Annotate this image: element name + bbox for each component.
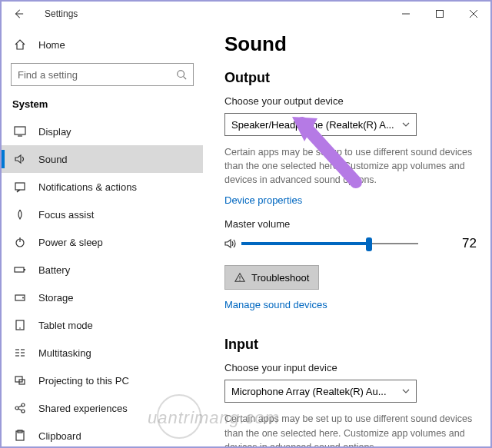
nav-notifications[interactable]: Notifications & actions (2, 173, 203, 201)
display-icon (12, 125, 28, 138)
svg-rect-9 (15, 183, 25, 190)
nav-clipboard[interactable]: Clipboard (2, 422, 203, 446)
output-device-properties-link[interactable]: Device properties (224, 194, 302, 206)
category-heading: System (2, 94, 203, 118)
projecting-icon (12, 374, 28, 387)
svg-point-28 (22, 410, 25, 413)
manage-sound-devices-link[interactable]: Manage sound devices (224, 299, 327, 310)
search-placeholder: Find a setting (18, 69, 176, 81)
input-desc: Certain apps may be set up to use differ… (224, 412, 477, 446)
volume-slider[interactable] (241, 236, 418, 251)
troubleshoot-label: Troubleshoot (251, 272, 309, 284)
storage-icon (12, 291, 28, 304)
nav-label: Notifications & actions (38, 181, 137, 193)
volume-value: 72 (449, 236, 477, 251)
output-desc: Certain apps may be set up to use differ… (224, 145, 477, 187)
titlebar: Settings (2, 2, 490, 26)
output-choose-label: Choose your output device (224, 95, 477, 107)
nav-label: Display (38, 126, 71, 138)
close-button[interactable] (457, 2, 490, 25)
nav-projecting[interactable]: Projecting to this PC (2, 367, 203, 394)
troubleshoot-button[interactable]: Troubleshoot (224, 265, 319, 290)
speaker-icon[interactable] (224, 237, 241, 250)
nav-display[interactable]: Display (2, 118, 203, 145)
maximize-icon (436, 10, 444, 18)
slider-thumb[interactable] (366, 237, 372, 251)
search-icon (176, 69, 187, 80)
svg-point-15 (22, 297, 24, 299)
nav-label: Clipboard (38, 430, 81, 442)
nav-power-sleep[interactable]: Power & sleep (2, 228, 203, 256)
svg-point-34 (239, 280, 240, 280)
svg-line-6 (184, 77, 187, 80)
page-title: Sound (224, 32, 477, 56)
back-arrow-icon (13, 8, 24, 19)
input-device-value: Microphone Array (Realtek(R) Au... (231, 386, 402, 397)
nav-focus-assist[interactable]: Focus assist (2, 201, 203, 228)
output-heading: Output (224, 70, 477, 86)
battery-icon (12, 264, 28, 276)
close-icon (470, 10, 477, 18)
nav-label: Projecting to this PC (38, 375, 129, 387)
focus-assist-icon (12, 208, 28, 221)
nav-label: Multitasking (38, 347, 91, 359)
svg-rect-2 (437, 11, 444, 18)
minimize-button[interactable] (389, 2, 423, 25)
multitasking-icon (12, 347, 28, 359)
nav-sound[interactable]: Sound (2, 145, 203, 173)
input-choose-label: Choose your input device (224, 362, 477, 373)
warning-icon (234, 272, 245, 283)
svg-point-5 (178, 71, 184, 78)
chevron-down-icon (402, 122, 410, 127)
svg-point-27 (22, 403, 25, 407)
nav-label: Sound (38, 154, 68, 165)
maximize-button[interactable] (423, 2, 457, 25)
clipboard-icon (12, 430, 28, 442)
svg-line-29 (18, 406, 22, 407)
nav-label: Storage (38, 292, 74, 304)
nav-battery[interactable]: Battery (2, 256, 203, 284)
volume-row: 72 (224, 236, 477, 251)
svg-rect-7 (15, 127, 25, 134)
input-device-select[interactable]: Microphone Array (Realtek(R) Au... (224, 380, 417, 403)
nav-label: Tablet mode (38, 320, 93, 331)
shared-icon (12, 402, 28, 414)
minimize-icon (402, 10, 410, 18)
nav-label: Battery (38, 264, 70, 276)
back-button[interactable] (8, 3, 29, 25)
slider-fill (241, 242, 369, 245)
tablet-icon (12, 319, 28, 331)
nav-label: Shared experiences (38, 403, 128, 414)
output-device-value: Speaker/Headphone (Realtek(R) A... (231, 119, 402, 131)
search-input[interactable]: Find a setting (11, 63, 194, 86)
chevron-down-icon (402, 389, 410, 393)
window-title: Settings (45, 8, 78, 19)
content-pane: Sound Output Choose your output device S… (203, 26, 490, 446)
svg-point-17 (19, 327, 21, 329)
nav-shared-experiences[interactable]: Shared experiences (2, 394, 203, 422)
svg-rect-13 (24, 269, 25, 270)
notifications-icon (12, 181, 28, 193)
svg-rect-12 (15, 267, 24, 272)
input-heading: Input (224, 337, 477, 353)
nav-label: Power & sleep (38, 237, 103, 248)
sidebar: Home Find a setting System Display Sound… (2, 26, 203, 446)
nav-label: Focus assist (38, 209, 94, 221)
svg-line-30 (18, 409, 22, 410)
sound-icon (12, 153, 28, 165)
power-icon (12, 236, 28, 248)
nav-storage[interactable]: Storage (2, 284, 203, 311)
home-nav[interactable]: Home (2, 31, 203, 58)
svg-point-26 (15, 407, 18, 410)
nav-multitasking[interactable]: Multitasking (2, 339, 203, 367)
nav-tablet-mode[interactable]: Tablet mode (2, 311, 203, 339)
output-device-select[interactable]: Speaker/Headphone (Realtek(R) A... (224, 113, 417, 136)
home-label: Home (38, 39, 65, 51)
master-volume-label: Master volume (224, 218, 477, 230)
home-icon (12, 38, 28, 51)
